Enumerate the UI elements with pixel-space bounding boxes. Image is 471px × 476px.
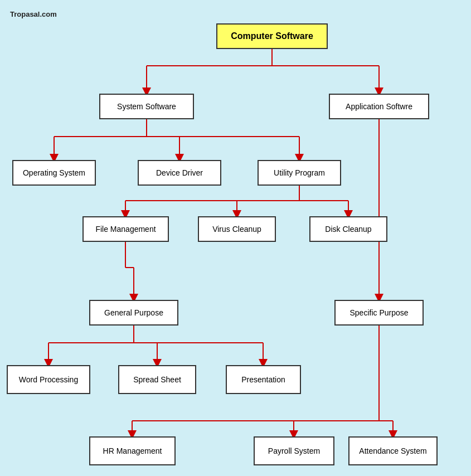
node-hr-management-label: HR Management [103,446,162,456]
node-app-software-label: Application Softwre [346,101,412,111]
node-system-software-label: System Software [117,101,176,111]
node-virus-cleanup: Virus Cleanup [198,216,276,242]
node-operating-system-label: Operating System [23,168,85,178]
node-disk-cleanup: Disk Cleanup [309,216,387,242]
node-specific-purpose-label: Specific Purpose [349,308,408,318]
node-attendance-system-label: Attendance System [359,446,426,456]
node-system-software: System Software [99,94,194,119]
node-device-driver: Device Driver [138,160,221,186]
node-word-processing: Word Processing [7,365,90,394]
node-payroll-system: Payroll System [254,436,334,465]
node-device-driver-label: Device Driver [156,168,203,178]
node-file-management-label: File Management [95,224,156,234]
node-virus-cleanup-label: Virus Cleanup [212,224,261,234]
node-presentation-label: Presentation [241,375,285,385]
node-utility-program: Utility Program [258,160,341,186]
node-specific-purpose: Specific Purpose [334,300,424,326]
node-attendance-system: Attendance System [348,436,438,465]
node-disk-cleanup-label: Disk Cleanup [325,224,371,234]
node-spread-sheet: Spread Sheet [118,365,196,394]
node-file-management: File Management [82,216,169,242]
node-root-label: Computer Software [231,31,313,42]
node-payroll-system-label: Payroll System [268,446,320,456]
node-general-purpose-label: General Purpose [104,308,163,318]
node-utility-program-label: Utility Program [274,168,325,178]
node-general-purpose: General Purpose [89,300,178,326]
watermark: Tropasal.com [10,10,57,18]
node-root: Computer Software [216,23,328,49]
node-operating-system: Operating System [12,160,96,186]
node-word-processing-label: Word Processing [19,375,78,385]
node-presentation: Presentation [226,365,301,394]
node-hr-management: HR Management [89,436,176,465]
node-spread-sheet-label: Spread Sheet [133,375,181,385]
node-app-software: Application Softwre [329,94,429,119]
